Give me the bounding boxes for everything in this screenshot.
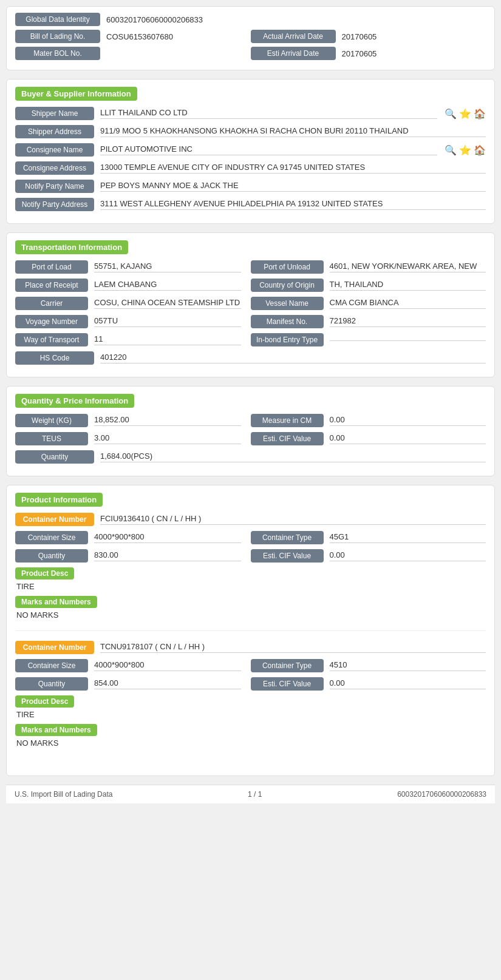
bol-left: Bill of Lading No. COSU6153607680 bbox=[15, 30, 251, 43]
place-of-receipt-half: Place of Receipt LAEM CHABANG bbox=[15, 279, 251, 292]
notify-party-address-row: Notify Party Address 3111 WEST ALLEGHENY… bbox=[15, 198, 486, 211]
transportation-title: Transportation Information bbox=[15, 240, 128, 254]
product-information-title: Product Information bbox=[15, 493, 103, 507]
container-qty-cif-row-1: Quantity 830.00 Esti. CIF Value 0.00 bbox=[15, 549, 486, 563]
container-block-1: Container Number FCIU9136410 ( CN / L / … bbox=[15, 513, 486, 631]
quantity-row: Quantity 1,684.00(PCS) bbox=[15, 450, 486, 464]
container-type-value-2: 4510 bbox=[330, 660, 486, 671]
actual-arrival-date-label: Actual Arrival Date bbox=[251, 30, 336, 43]
notify-party-name-label: Notify Party Name bbox=[15, 180, 94, 193]
shipper-address-label: Shipper Address bbox=[15, 125, 94, 138]
measure-cm-label: Measure in CM bbox=[251, 414, 324, 427]
container-qty-half-2: Quantity 854.00 bbox=[15, 677, 251, 691]
mater-bol-label: Mater BOL No. bbox=[15, 47, 100, 60]
consignee-home-icon[interactable]: 🏠 bbox=[474, 144, 486, 156]
weight-kg-value: 18,852.00 bbox=[94, 415, 241, 426]
container-size-label-1: Container Size bbox=[15, 531, 88, 544]
vessel-name-half: Vessel Name CMA CGM BIANCA bbox=[251, 297, 486, 310]
way-of-transport-half: Way of Transport 11 bbox=[15, 333, 251, 346]
transport-row-2: Place of Receipt LAEM CHABANG Country of… bbox=[15, 279, 486, 292]
container-number-label-2: Container Number bbox=[15, 641, 94, 654]
buyer-supplier-title: Buyer & Supplier Information bbox=[15, 87, 137, 101]
shipper-name-row: Shipper Name LLIT THAILAND CO LTD 🔍 ⭐ 🏠 bbox=[15, 107, 486, 120]
notify-party-address-label: Notify Party Address bbox=[15, 198, 94, 211]
carrier-value: COSU, CHINA OCEAN STEAMSHIP LTD bbox=[94, 298, 241, 309]
consignee-name-row: Consignee Name PILOT AUTOMOTIVE INC 🔍 ⭐ … bbox=[15, 143, 486, 157]
container-size-label-2: Container Size bbox=[15, 659, 88, 672]
hs-code-label: HS Code bbox=[15, 351, 94, 365]
voyage-number-label: Voyage Number bbox=[15, 315, 88, 328]
marks-section-2: Marks and Numbers NO MARKS bbox=[15, 724, 486, 748]
in-bond-entry-half: In-bond Entry Type bbox=[251, 333, 486, 346]
manifest-no-value: 721982 bbox=[330, 316, 486, 327]
bol-row: Bill of Lading No. COSU6153607680 Actual… bbox=[15, 30, 486, 43]
marks-value-1: NO MARKS bbox=[16, 610, 486, 620]
transport-row-1: Port of Load 55751, KAJANG Port of Unloa… bbox=[15, 260, 486, 274]
notify-party-address-value: 3111 WEST ALLEGHENY AVENUE PHILADELPHIA … bbox=[100, 199, 486, 210]
container-esti-cif-value-2: 0.00 bbox=[330, 678, 486, 689]
product-desc-value-2: TIRE bbox=[16, 710, 486, 719]
container-qty-label-2: Quantity bbox=[15, 677, 88, 691]
shipper-icons: 🔍 ⭐ 🏠 bbox=[442, 108, 486, 120]
container-type-half-2: Container Type 4510 bbox=[251, 659, 486, 672]
hs-code-value: 401220 bbox=[100, 353, 486, 363]
shipper-name-label: Shipper Name bbox=[15, 107, 94, 120]
teus-half: TEUS 3.00 bbox=[15, 432, 251, 445]
shipper-address-value: 911/9 MOO 5 KHAOKHANSONG KHAOKHA SI RACH… bbox=[100, 126, 486, 137]
country-of-origin-value: TH, THAILAND bbox=[330, 280, 486, 291]
page: Global Data Identity 6003201706060000206… bbox=[0, 0, 501, 809]
teus-value: 3.00 bbox=[94, 433, 241, 444]
transport-row-4: Voyage Number 057TU Manifest No. 721982 bbox=[15, 315, 486, 328]
measure-cm-half: Measure in CM 0.00 bbox=[251, 414, 486, 427]
port-of-unload-value: 4601, NEW YORK/NEWARK AREA, NEW bbox=[330, 262, 486, 272]
carrier-label: Carrier bbox=[15, 297, 88, 310]
consignee-icons: 🔍 ⭐ 🏠 bbox=[442, 144, 486, 156]
marks-label-2: Marks and Numbers bbox=[15, 724, 97, 736]
vessel-name-label: Vessel Name bbox=[251, 297, 324, 310]
hs-code-row: HS Code 401220 bbox=[15, 351, 486, 365]
footer-right: 6003201706060000206833 bbox=[397, 790, 486, 799]
identity-card: Global Data Identity 6003201706060000206… bbox=[6, 6, 495, 70]
esti-cif-label: Esti. CIF Value bbox=[251, 432, 324, 445]
consignee-address-row: Consignee Address 13000 TEMPLE AVENUE CI… bbox=[15, 161, 486, 175]
mater-bol-row: Mater BOL No. Esti Arrival Date 20170605 bbox=[15, 47, 486, 60]
port-of-load-label: Port of Load bbox=[15, 260, 88, 274]
footer-center: 1 / 1 bbox=[248, 790, 262, 799]
esti-cif-value: 0.00 bbox=[330, 433, 486, 444]
container-qty-cif-row-2: Quantity 854.00 Esti. CIF Value 0.00 bbox=[15, 677, 486, 691]
voyage-number-half: Voyage Number 057TU bbox=[15, 315, 251, 328]
manifest-no-half: Manifest No. 721982 bbox=[251, 315, 486, 328]
place-of-receipt-label: Place of Receipt bbox=[15, 279, 88, 292]
notify-party-name-value: PEP BOYS MANNY MOE & JACK THE bbox=[100, 181, 486, 192]
port-of-load-value: 55751, KAJANG bbox=[94, 262, 241, 272]
container-esti-cif-label-2: Esti. CIF Value bbox=[251, 677, 324, 691]
mater-bol-left: Mater BOL No. bbox=[15, 47, 251, 60]
footer: U.S. Import Bill of Lading Data 1 / 1 60… bbox=[6, 785, 495, 803]
quantity-label: Quantity bbox=[15, 450, 94, 464]
shipper-star-icon[interactable]: ⭐ bbox=[459, 108, 471, 120]
container-qty-value-1: 830.00 bbox=[94, 550, 241, 561]
container-size-value-1: 4000*900*800 bbox=[94, 532, 241, 543]
container-type-half-1: Container Type 45G1 bbox=[251, 531, 486, 544]
voyage-number-value: 057TU bbox=[94, 316, 241, 327]
shipper-name-value: LLIT THAILAND CO LTD bbox=[100, 108, 437, 119]
global-data-identity-label: Global Data Identity bbox=[15, 13, 100, 26]
transportation-card: Transportation Information Port of Load … bbox=[6, 232, 495, 377]
shipper-home-icon[interactable]: 🏠 bbox=[474, 108, 486, 120]
product-desc-label-2: Product Desc bbox=[15, 695, 74, 708]
container-qty-value-2: 854.00 bbox=[94, 678, 241, 689]
consignee-search-icon[interactable]: 🔍 bbox=[445, 144, 457, 156]
esti-cif-half: Esti. CIF Value 0.00 bbox=[251, 432, 486, 445]
product-desc-section-2: Product Desc TIRE bbox=[15, 695, 486, 719]
port-of-unload-label: Port of Unload bbox=[251, 260, 324, 274]
shipper-search-icon[interactable]: 🔍 bbox=[445, 108, 457, 120]
actual-arrival-date-value: 20170605 bbox=[342, 32, 377, 41]
consignee-star-icon[interactable]: ⭐ bbox=[459, 144, 471, 156]
transport-row-3: Carrier COSU, CHINA OCEAN STEAMSHIP LTD … bbox=[15, 297, 486, 310]
container-number-value-1: FCIU9136410 ( CN / L / HH ) bbox=[100, 514, 486, 525]
in-bond-entry-label: In-bond Entry Type bbox=[251, 333, 324, 346]
container-block-2: Container Number TCNU9178107 ( CN / L / … bbox=[15, 641, 486, 759]
buyer-supplier-card: Buyer & Supplier Information Shipper Nam… bbox=[6, 79, 495, 224]
transport-row-5: Way of Transport 11 In-bond Entry Type bbox=[15, 333, 486, 346]
vessel-name-value: CMA CGM BIANCA bbox=[330, 298, 486, 309]
